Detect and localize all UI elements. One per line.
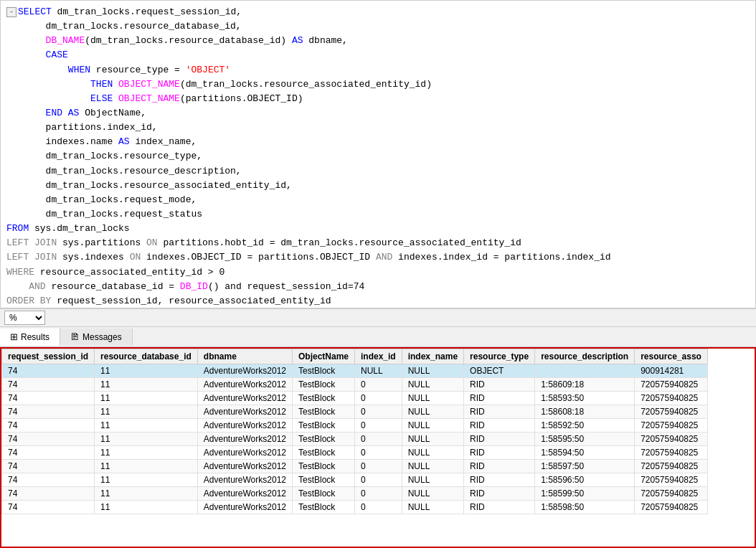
cell-dbname: AdventureWorks2012 (197, 487, 292, 501)
cell-resource_description: 1:58592:50 (535, 419, 635, 433)
cell-index_id: 0 (355, 446, 402, 460)
cell-ObjectName: TestBlock (292, 473, 354, 487)
cell-request_session_id: 74 (2, 501, 95, 514)
cell-resource_type: RID (464, 378, 535, 392)
cell-request_session_id: 74 (2, 473, 95, 487)
cell-ObjectName: TestBlock (292, 392, 354, 405)
cell-dbname: AdventureWorks2012 (197, 446, 292, 460)
cell-request_session_id: 74 (2, 405, 95, 419)
cell-index_name: NULL (402, 364, 463, 378)
cell-dbname: AdventureWorks2012 (197, 364, 292, 378)
cell-request_session_id: 74 (2, 419, 95, 433)
table-row[interactable]: 7411AdventureWorks2012TestBlock0NULLRID1… (2, 446, 708, 460)
cell-resource_description: 1:58595:50 (535, 433, 635, 446)
cell-resource_database_id: 11 (95, 473, 198, 487)
cell-request_session_id: 74 (2, 446, 95, 460)
cell-request_session_id: 74 (2, 460, 95, 473)
cell-index_name: NULL (402, 433, 463, 446)
cell-resource_asso: 720575940825 (635, 433, 708, 446)
zoom-select[interactable]: % 100% 75% 50% (4, 311, 45, 325)
cell-resource_asso: 720575940825 (635, 473, 708, 487)
cell-resource_database_id: 11 (95, 419, 198, 433)
cell-resource_type: RID (464, 473, 535, 487)
cell-resource_description: 1:58593:50 (535, 392, 635, 405)
messages-icon: 🖹 (70, 331, 80, 342)
cell-resource_database_id: 11 (95, 487, 198, 501)
results-table: request_session_id resource_database_id … (1, 349, 708, 514)
cell-dbname: AdventureWorks2012 (197, 473, 292, 487)
cell-dbname: AdventureWorks2012 (197, 419, 292, 433)
col-objectname: ObjectName (292, 349, 354, 364)
sql-editor[interactable]: -SELECT dm_tran_locks.request_session_id… (0, 0, 756, 308)
table-header-row: request_session_id resource_database_id … (2, 349, 708, 364)
cell-resource_type: RID (464, 487, 535, 501)
cell-resource_type: RID (464, 446, 535, 460)
cell-resource_description (535, 364, 635, 378)
cell-resource_database_id: 11 (95, 501, 198, 514)
cell-resource_asso: 900914281 (635, 364, 708, 378)
tab-messages-label: Messages (82, 332, 122, 342)
cell-ObjectName: TestBlock (292, 433, 354, 446)
tab-bar: ⊞ Results 🖹 Messages (0, 327, 756, 347)
table-row[interactable]: 7411AdventureWorks2012TestBlock0NULLRID1… (2, 419, 708, 433)
cell-resource_database_id: 11 (95, 364, 198, 378)
cell-index_name: NULL (402, 501, 463, 514)
cell-resource_description: 1:58597:50 (535, 460, 635, 473)
cell-resource_type: RID (464, 460, 535, 473)
cell-ObjectName: TestBlock (292, 460, 354, 473)
zoom-bar: % 100% 75% 50% (0, 308, 756, 327)
cell-request_session_id: 74 (2, 487, 95, 501)
cell-index_id: NULL (355, 364, 402, 378)
table-row[interactable]: 7411AdventureWorks2012TestBlock0NULLRID1… (2, 433, 708, 446)
table-row[interactable]: 7411AdventureWorks2012TestBlock0NULLRID1… (2, 501, 708, 514)
cell-dbname: AdventureWorks2012 (197, 405, 292, 419)
col-index-id: index_id (355, 349, 402, 364)
cell-index_id: 0 (355, 419, 402, 433)
tab-messages[interactable]: 🖹 Messages (60, 329, 133, 345)
cell-dbname: AdventureWorks2012 (197, 378, 292, 392)
cell-resource_type: RID (464, 392, 535, 405)
table-row[interactable]: 7411AdventureWorks2012TestBlock0NULLRID1… (2, 405, 708, 419)
cell-index_id: 0 (355, 460, 402, 473)
cell-resource_description: 1:58598:50 (535, 501, 635, 514)
cell-resource_database_id: 11 (95, 378, 198, 392)
cell-resource_description: 1:58608:18 (535, 405, 635, 419)
cell-index_id: 0 (355, 405, 402, 419)
cell-request_session_id: 74 (2, 433, 95, 446)
tab-results[interactable]: ⊞ Results (0, 329, 60, 346)
col-dbname: dbname (197, 349, 292, 364)
table-row[interactable]: 7411AdventureWorks2012TestBlock0NULLRID1… (2, 473, 708, 487)
cell-resource_type: RID (464, 405, 535, 419)
sql-code: -SELECT dm_tran_locks.request_session_id… (1, 4, 755, 308)
collapse-icon[interactable]: - (6, 7, 16, 17)
cell-resource_type: OBJECT (464, 364, 535, 378)
cell-index_name: NULL (402, 487, 463, 501)
cell-resource_description: 1:58596:50 (535, 473, 635, 487)
cell-resource_database_id: 11 (95, 446, 198, 460)
cell-resource_asso: 720575940825 (635, 405, 708, 419)
cell-index_id: 0 (355, 433, 402, 446)
cell-resource_asso: 720575940825 (635, 501, 708, 514)
cell-ObjectName: TestBlock (292, 487, 354, 501)
results-table-wrapper[interactable]: request_session_id resource_database_id … (0, 347, 756, 548)
cell-ObjectName: TestBlock (292, 446, 354, 460)
table-row[interactable]: 7411AdventureWorks2012TestBlock0NULLRID1… (2, 487, 708, 501)
cell-ObjectName: TestBlock (292, 405, 354, 419)
cell-index_name: NULL (402, 419, 463, 433)
cell-index_name: NULL (402, 460, 463, 473)
cell-resource_type: RID (464, 501, 535, 514)
main-container: -SELECT dm_tran_locks.request_session_id… (0, 0, 756, 548)
cell-index_id: 0 (355, 487, 402, 501)
cell-index_name: NULL (402, 378, 463, 392)
table-row[interactable]: 7411AdventureWorks2012TestBlock0NULLRID1… (2, 378, 708, 392)
cell-index_id: 0 (355, 501, 402, 514)
table-row[interactable]: 7411AdventureWorks2012TestBlockNULLNULLO… (2, 364, 708, 378)
cell-index_name: NULL (402, 405, 463, 419)
cell-index_id: 0 (355, 378, 402, 392)
table-row[interactable]: 7411AdventureWorks2012TestBlock0NULLRID1… (2, 460, 708, 473)
cell-resource_asso: 720575940825 (635, 487, 708, 501)
table-row[interactable]: 7411AdventureWorks2012TestBlock0NULLRID1… (2, 392, 708, 405)
cell-resource_asso: 720575940825 (635, 419, 708, 433)
cell-resource_description: 1:58594:50 (535, 446, 635, 460)
cell-resource_database_id: 11 (95, 405, 198, 419)
